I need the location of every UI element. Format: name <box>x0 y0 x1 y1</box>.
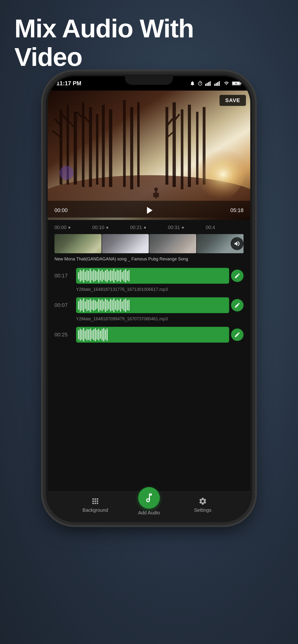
wbar <box>113 298 114 312</box>
svg-rect-2 <box>208 82 209 86</box>
wbar <box>101 299 103 311</box>
screen-content: SAVE 00:00 05:18 00:00 <box>48 90 250 520</box>
wbar <box>86 299 88 311</box>
save-button[interactable]: SAVE <box>220 95 246 106</box>
wbar <box>128 270 129 282</box>
wbar <box>101 270 103 282</box>
gear-icon <box>198 497 207 506</box>
video-thumb-2 <box>102 234 149 253</box>
wbar <box>118 270 119 281</box>
wbar <box>93 329 94 340</box>
svg-rect-17 <box>82 102 84 187</box>
signal2-icon <box>214 81 221 86</box>
track-1-waveform <box>76 268 229 284</box>
timeline-mark-3: 00:31 <box>168 225 206 230</box>
wbar <box>105 270 106 281</box>
svg-point-41 <box>60 166 74 180</box>
wbar <box>90 328 91 341</box>
wbar <box>103 301 104 310</box>
timeline-mark-4: 00:4 <box>206 225 244 230</box>
wbar <box>127 271 128 280</box>
video-thumb-1 <box>54 234 101 253</box>
wbar <box>122 272 123 280</box>
wbar <box>125 269 126 282</box>
nav-add-audio-label: Add Audio <box>138 510 160 516</box>
audio-tracks: 00:17 <box>48 264 250 347</box>
audio-track-3: 00:25 <box>48 324 250 345</box>
svg-rect-45 <box>157 193 159 197</box>
track-2-time: 00:07 <box>54 302 76 308</box>
audio-track-1: 00:17 <box>48 266 250 286</box>
track-2-edit-button[interactable] <box>231 299 244 312</box>
wbar <box>80 299 81 312</box>
wbar <box>123 300 124 311</box>
volume-icon-wrapper[interactable] <box>231 237 244 250</box>
wbar <box>120 270 121 282</box>
add-audio-button[interactable] <box>138 487 160 509</box>
track-1-edit-button[interactable] <box>231 270 244 282</box>
wbar <box>96 272 98 280</box>
phone-frame: 11:17 PM <box>46 74 252 522</box>
timeline-area: 00:00 00:10 00:21 00:31 <box>48 220 250 349</box>
wbar <box>112 271 113 281</box>
wbar <box>96 330 98 340</box>
alarm-icon <box>190 81 195 86</box>
wbar <box>90 269 91 283</box>
track-3-edit-button[interactable] <box>231 328 244 341</box>
wbar <box>105 298 106 312</box>
wbar <box>108 271 109 280</box>
svg-rect-18 <box>89 107 92 187</box>
wbar <box>85 302 86 309</box>
timeline-dot-1 <box>106 227 108 228</box>
grid-icon <box>91 497 100 506</box>
current-time: 00:00 <box>54 207 68 214</box>
wbar <box>86 270 88 282</box>
wbar <box>118 300 119 310</box>
wbar <box>86 329 88 340</box>
nav-item-settings[interactable]: Settings <box>160 497 245 513</box>
wbar <box>81 330 83 340</box>
wbar <box>120 299 121 312</box>
wbar <box>100 271 101 280</box>
wbar <box>103 272 104 280</box>
wbar <box>95 328 96 341</box>
nav-item-add-audio[interactable]: Add Audio <box>138 487 160 516</box>
timeline-dot-2 <box>144 227 146 228</box>
wbar <box>101 329 103 340</box>
wbar <box>96 302 98 309</box>
svg-rect-21 <box>109 110 112 187</box>
wbar <box>80 270 81 282</box>
video-player[interactable]: SAVE 00:00 05:18 <box>48 90 250 220</box>
svg-rect-16 <box>74 112 77 184</box>
wbar <box>81 300 83 310</box>
timeline-dot-3 <box>182 227 184 228</box>
wbar <box>122 302 123 309</box>
wbar <box>91 301 93 310</box>
track-3-waveform <box>76 327 229 342</box>
pencil-icon <box>234 302 240 308</box>
wbar <box>78 330 79 339</box>
wbar <box>93 300 94 311</box>
nav-settings-label: Settings <box>194 508 211 513</box>
video-title: New Mona Thali(GANDAGANA) song _ Famous … <box>48 255 250 264</box>
wbar <box>83 298 84 312</box>
svg-rect-0 <box>205 84 206 86</box>
signal1-icon <box>205 81 212 86</box>
svg-rect-28 <box>123 100 126 187</box>
svg-rect-44 <box>153 193 155 197</box>
wbar <box>91 330 93 339</box>
wbar <box>90 299 91 312</box>
svg-rect-30 <box>137 102 140 187</box>
nav-item-background[interactable]: Background <box>53 497 138 513</box>
music-note-icon <box>143 492 155 504</box>
audio-track-2: 00:07 <box>48 295 250 316</box>
wbar <box>123 270 124 281</box>
play-button[interactable] <box>140 202 158 219</box>
video-background <box>48 90 250 220</box>
wbar <box>98 329 99 341</box>
battery-icon: 94 <box>232 81 242 86</box>
video-trees <box>48 90 250 218</box>
timeline-mark-1: 00:10 <box>92 225 130 230</box>
timeline-marks: 00:00 00:10 00:21 00:31 <box>48 225 250 230</box>
phone-screen: 11:17 PM <box>48 76 250 520</box>
